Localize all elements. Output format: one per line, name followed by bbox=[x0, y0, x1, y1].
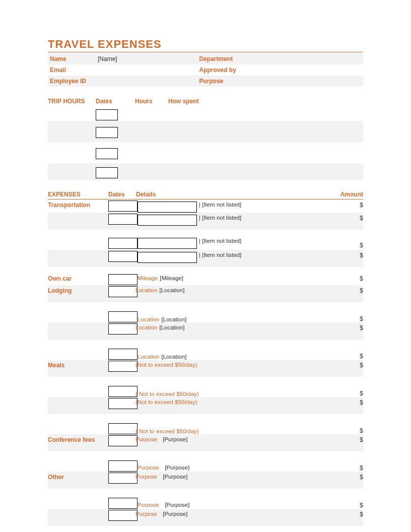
expense-date-input[interactable] bbox=[108, 201, 138, 212]
transportation-label: Transportation bbox=[48, 201, 108, 209]
purpose-value: [Purpose] bbox=[163, 436, 187, 442]
amount-value: $ bbox=[348, 214, 363, 222]
purpose-label: Purpose bbox=[135, 436, 157, 442]
expense-date-input[interactable] bbox=[108, 435, 138, 446]
item-not-listed: | [Item not listed] bbox=[199, 215, 241, 221]
expense-row-lodging: Lodging Location[Location] $ bbox=[48, 285, 363, 302]
meals-label: Meals bbox=[48, 361, 108, 369]
trip-hours-header: TRIP HOURS Dates Hours How spent bbox=[48, 96, 363, 107]
amount-value: $ bbox=[348, 389, 363, 397]
expenses-dates-header: Dates bbox=[108, 191, 136, 198]
amount-value: $ bbox=[348, 473, 363, 481]
meals-note: (Not to exceed $50/day) bbox=[135, 399, 197, 405]
trip-hours-col-header: Hours bbox=[135, 98, 168, 105]
expense-detail-input[interactable] bbox=[138, 252, 197, 263]
expense-row-conference: Conference fees Purpose [Purpose] $ bbox=[48, 434, 363, 451]
amount-value: $ bbox=[348, 463, 363, 472]
expense-row-transportation: Transportation | [Item not listed] $ bbox=[48, 200, 363, 213]
expense-date-input[interactable] bbox=[108, 398, 138, 409]
page-title: TRAVEL EXPENSES bbox=[48, 38, 363, 52]
conference-label: Conference fees bbox=[48, 435, 108, 443]
amount-value: $ bbox=[348, 286, 363, 294]
expense-date-input[interactable] bbox=[108, 214, 138, 225]
amount-value: $ bbox=[348, 251, 363, 259]
expense-date-input[interactable] bbox=[108, 311, 138, 322]
location-label: Location bbox=[138, 316, 159, 322]
purpose-value: [Purpose] bbox=[163, 474, 187, 480]
purpose-label: Purpose bbox=[135, 474, 157, 480]
expense-detail-input[interactable] bbox=[138, 215, 197, 226]
trip-date-input[interactable] bbox=[96, 127, 118, 138]
expense-date-input[interactable] bbox=[108, 238, 138, 249]
purpose-value: [Purpose] bbox=[165, 502, 189, 508]
trip-row bbox=[48, 142, 363, 163]
location-value: [Location] bbox=[159, 324, 184, 330]
expense-date-input[interactable] bbox=[108, 361, 138, 372]
amount-value: $ bbox=[348, 510, 363, 518]
trip-row bbox=[48, 163, 363, 180]
info-row-email: Email Approved by bbox=[48, 64, 363, 76]
lodging-label: Lodging bbox=[48, 286, 108, 294]
trip-dates-header: Dates bbox=[96, 98, 135, 105]
expense-date-input[interactable] bbox=[108, 473, 138, 484]
amount-value: $ bbox=[348, 241, 363, 249]
mileage-label: Mileage bbox=[138, 275, 158, 281]
amount-value: $ bbox=[348, 398, 363, 406]
amount-value: $ bbox=[348, 314, 363, 322]
expense-date-input[interactable] bbox=[108, 498, 138, 509]
expenses-details-header: Details bbox=[136, 191, 333, 198]
amount-value: $ bbox=[348, 352, 363, 360]
purpose-value: [Purpose] bbox=[165, 464, 189, 471]
item-not-listed: | [Item not listed] bbox=[199, 252, 241, 258]
expense-date-input[interactable] bbox=[108, 460, 138, 472]
location-value: [Location] bbox=[161, 354, 186, 360]
purpose-label: Purpose bbox=[138, 502, 159, 508]
other-label: Other bbox=[48, 473, 108, 481]
name-label: Name bbox=[50, 55, 98, 62]
empid-label: Employee ID bbox=[50, 78, 98, 85]
name-value: [Name] bbox=[98, 55, 199, 62]
location-label: Location bbox=[138, 354, 159, 360]
expense-date-input[interactable] bbox=[108, 386, 138, 397]
expense-row: | [Item not listed] $ bbox=[48, 230, 363, 250]
expense-row: Purpose [Purpose] $ bbox=[48, 489, 363, 509]
trip-date-input[interactable] bbox=[96, 148, 118, 159]
info-row-name: Name [Name] Department bbox=[48, 53, 363, 64]
location-label: Location bbox=[135, 287, 157, 293]
amount-value: $ bbox=[348, 361, 363, 369]
expense-date-input[interactable] bbox=[108, 510, 138, 521]
expense-row: Location[Location] $ bbox=[48, 322, 363, 340]
purpose-label: Purpose bbox=[199, 78, 260, 85]
amount-value: $ bbox=[348, 323, 363, 331]
expense-row: Location[Location] $ bbox=[48, 302, 363, 322]
expense-row: Purpose [Purpose] $ bbox=[48, 526, 363, 532]
purpose-value: [Purpose] bbox=[163, 511, 187, 517]
expense-date-input[interactable] bbox=[108, 274, 138, 285]
expenses-section-label: EXPENSES bbox=[48, 191, 108, 198]
info-row-empid: Employee ID Purpose bbox=[48, 76, 363, 87]
expense-date-input[interactable] bbox=[108, 423, 138, 434]
meals-note: ( Not to exceed $50/day) bbox=[135, 428, 199, 434]
expense-detail-input[interactable] bbox=[138, 202, 197, 213]
expense-detail-input[interactable] bbox=[138, 238, 197, 249]
email-label: Email bbox=[50, 66, 98, 74]
expense-row: Location[Location] $ bbox=[48, 340, 363, 360]
expense-date-input[interactable] bbox=[108, 251, 138, 262]
expense-date-input[interactable] bbox=[108, 349, 138, 360]
trip-hours-label: TRIP HOURS bbox=[48, 98, 96, 105]
location-value: [Location] bbox=[161, 316, 186, 322]
trip-date-input[interactable] bbox=[96, 109, 118, 120]
expenses-header: EXPENSES Dates Details Amount bbox=[48, 189, 363, 200]
expense-row: | [Item not listed] $ bbox=[48, 213, 363, 230]
expense-date-input[interactable] bbox=[108, 323, 138, 335]
expense-date-input[interactable] bbox=[108, 286, 138, 297]
trip-date-input[interactable] bbox=[96, 167, 118, 178]
location-value: [Location] bbox=[159, 287, 184, 293]
expense-row-owncar: Own car Mileage[Mileage] $ bbox=[48, 273, 363, 285]
expense-row: Purpose [Purpose] $ bbox=[48, 509, 363, 526]
location-label: Location bbox=[135, 324, 157, 330]
approved-label: Approved by bbox=[199, 66, 260, 74]
item-not-listed: | [Item not listed] bbox=[199, 202, 241, 208]
expense-row-meals: Meals (Not to exceed $50/day) $ bbox=[48, 360, 363, 377]
amount-value: $ bbox=[348, 201, 363, 209]
